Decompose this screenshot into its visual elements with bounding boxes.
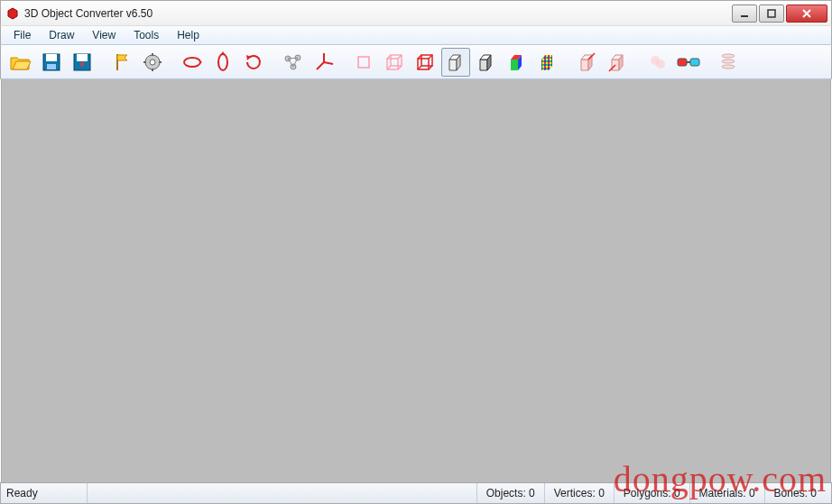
svg-marker-20 <box>221 51 225 54</box>
svg-point-74 <box>722 60 735 63</box>
solid-cube-icon <box>445 51 467 73</box>
color-cube-icon <box>506 51 528 73</box>
flag-icon <box>111 51 133 73</box>
menubar: File Draw View Tools Help <box>0 25 832 45</box>
wire-cube-icon <box>384 51 405 73</box>
wire-front-button[interactable] <box>349 48 378 77</box>
menu-file[interactable]: File <box>5 26 40 44</box>
settings-button[interactable] <box>138 48 167 77</box>
flag-button[interactable] <box>107 48 136 77</box>
statusbar: Ready Objects: 0 Vertices: 0 Polygons: 0… <box>0 482 832 504</box>
color-cube-button[interactable] <box>503 48 532 77</box>
svg-marker-50 <box>511 60 518 70</box>
minimize-button[interactable] <box>732 5 757 23</box>
rotate-y-icon <box>212 51 234 73</box>
cube-normal-b-icon <box>607 51 629 73</box>
stack-icon <box>719 51 737 73</box>
rotate-z-button[interactable] <box>239 48 268 77</box>
shaded-cube-button[interactable] <box>472 48 501 77</box>
glasses-3d-button[interactable] <box>674 48 703 77</box>
stack-button[interactable] <box>714 48 743 77</box>
svg-point-69 <box>656 60 665 69</box>
vertices-icon <box>282 51 304 73</box>
menu-tools[interactable]: Tools <box>125 26 168 44</box>
svg-rect-31 <box>358 57 369 68</box>
cube-normal-a-icon <box>577 51 598 73</box>
svg-marker-0 <box>8 8 17 19</box>
axes-button[interactable] <box>310 48 338 77</box>
rotate-y-button[interactable] <box>208 48 237 77</box>
wire-front-icon <box>353 51 374 73</box>
rotate-x-button[interactable] <box>178 48 207 77</box>
solid-cube-button[interactable] <box>441 48 470 77</box>
menu-help[interactable]: Help <box>168 26 208 44</box>
app-icon <box>6 7 19 20</box>
status-bones: Bones: 0 <box>764 483 826 503</box>
cube-normal-a-button[interactable] <box>573 48 602 77</box>
svg-rect-70 <box>678 59 687 66</box>
rotate-x-icon <box>181 51 203 73</box>
menu-draw[interactable]: Draw <box>40 26 83 44</box>
shaded-cube-icon <box>476 51 497 73</box>
faint-a-button[interactable] <box>643 48 672 77</box>
svg-marker-47 <box>480 60 487 70</box>
svg-line-29 <box>324 62 333 64</box>
save-favorite-button[interactable] <box>68 48 97 77</box>
checker-cube-icon <box>537 51 559 73</box>
status-ready: Ready <box>6 483 88 503</box>
open-button[interactable] <box>6 48 35 77</box>
svg-point-19 <box>218 54 227 70</box>
faint-a-icon <box>647 51 669 73</box>
window-title: 3D Object Converter v6.50 <box>24 7 730 20</box>
status-objects: Objects: 0 <box>476 483 544 503</box>
open-icon <box>9 52 32 72</box>
svg-rect-7 <box>47 64 56 69</box>
save-favorite-icon <box>71 51 93 73</box>
window-controls <box>730 5 827 23</box>
wire-cube-button[interactable] <box>380 48 409 77</box>
svg-point-75 <box>722 65 735 69</box>
rotate-z-icon <box>243 51 264 73</box>
cube-normal-b-button[interactable] <box>604 48 633 77</box>
svg-point-12 <box>150 60 155 65</box>
glasses-3d-icon <box>677 54 700 70</box>
svg-point-73 <box>722 54 735 58</box>
status-vertices: Vertices: 0 <box>544 483 614 503</box>
titlebar: 3D Object Converter v6.50 <box>0 0 832 25</box>
viewport-3d[interactable] <box>1 79 831 482</box>
wire-red-button[interactable] <box>411 48 439 77</box>
svg-point-17 <box>184 58 200 67</box>
settings-icon <box>142 51 163 73</box>
wire-red-icon <box>414 51 436 73</box>
svg-rect-71 <box>690 59 699 66</box>
svg-marker-57 <box>541 60 549 70</box>
checker-cube-button[interactable] <box>533 48 562 77</box>
save-button[interactable] <box>37 48 66 77</box>
svg-line-30 <box>317 62 324 69</box>
axes-icon <box>313 51 335 73</box>
svg-rect-2 <box>768 10 775 17</box>
svg-marker-44 <box>449 60 457 70</box>
svg-rect-6 <box>46 54 57 61</box>
save-icon <box>41 51 62 73</box>
svg-rect-9 <box>77 54 88 61</box>
close-button[interactable] <box>786 5 827 23</box>
status-materials: Materials: 0 <box>689 483 764 503</box>
menu-view[interactable]: View <box>83 26 125 44</box>
toolbar <box>0 45 832 79</box>
vertices-button[interactable] <box>279 48 308 77</box>
status-polygons: Polygons: 0 <box>614 483 689 503</box>
svg-marker-60 <box>581 60 588 70</box>
maximize-button[interactable] <box>759 5 784 23</box>
